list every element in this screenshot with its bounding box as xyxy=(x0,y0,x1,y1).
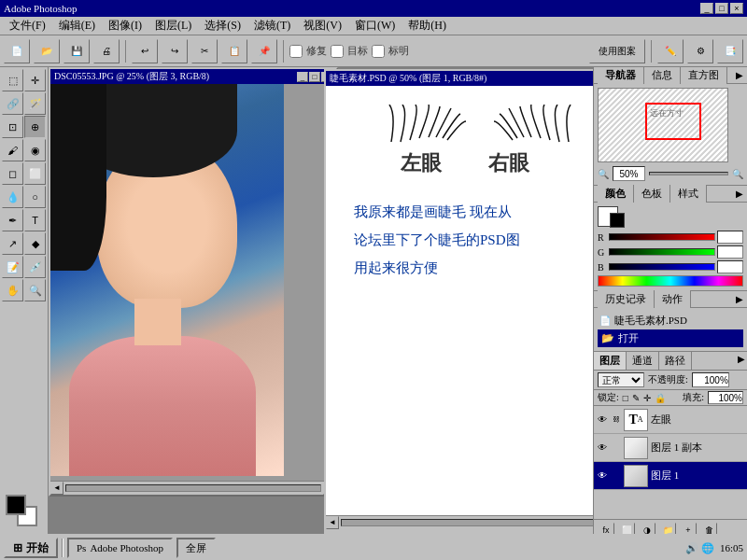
nav-zoom-slider[interactable] xyxy=(649,172,728,175)
layer-item-1[interactable]: 👁 图层 1 xyxy=(594,462,747,490)
blue-slider[interactable] xyxy=(609,263,715,271)
tool-blur[interactable]: 💧 xyxy=(2,186,23,208)
history-file-item[interactable]: 📄 睫毛毛素材.PSD xyxy=(598,312,743,329)
tab-actions[interactable]: 动作 xyxy=(655,290,691,308)
tool-path-select[interactable]: ↗ xyxy=(2,232,23,255)
panel-menu-arrow[interactable]: ▶ xyxy=(736,70,743,80)
menu-edit[interactable]: 编辑(E) xyxy=(53,17,101,35)
tab-info[interactable]: 信息 xyxy=(644,67,681,84)
tool-clone[interactable]: ◉ xyxy=(24,139,46,161)
tab-channels[interactable]: 通道 xyxy=(627,352,659,370)
menu-select[interactable]: 选择(S) xyxy=(199,17,247,35)
maximize-button[interactable]: □ xyxy=(715,3,728,14)
tool-marquee[interactable]: ⬚ xyxy=(2,69,23,91)
tool-zoom[interactable]: 🔍 xyxy=(24,279,46,301)
menu-window[interactable]: 窗口(W) xyxy=(349,17,401,35)
menu-file[interactable]: 文件(F) xyxy=(4,17,51,35)
zoom-in-icon[interactable]: 🔍 xyxy=(732,169,743,179)
photo-minimize[interactable]: _ xyxy=(297,72,308,82)
tab-paths[interactable]: 路径 xyxy=(659,352,692,370)
layer-comp-btn[interactable]: 📑 xyxy=(717,39,743,63)
tool-crop[interactable]: ⊡ xyxy=(2,116,23,138)
brush-tool-btn[interactable]: ✏️ xyxy=(657,39,684,63)
layer-item-left-eye[interactable]: 👁 ⛓ T A 左眼 xyxy=(594,406,747,434)
menu-view[interactable]: 视图(V) xyxy=(298,17,347,35)
fill-input[interactable] xyxy=(708,391,743,404)
start-button[interactable]: ⊞ 开始 xyxy=(4,538,58,558)
taskbar-photoshop[interactable]: Ps Adobe Photoshop xyxy=(67,538,173,558)
toolbar-undo[interactable]: ↩ xyxy=(132,39,158,63)
history-menu[interactable]: ▶ xyxy=(736,294,743,304)
tool-lasso[interactable]: 🔗 xyxy=(2,92,23,115)
toolbar-cut[interactable]: ✂ xyxy=(191,39,218,63)
opacity-input[interactable] xyxy=(692,372,729,387)
tool-eraser[interactable]: ◻ xyxy=(2,162,23,185)
layer-visibility-eye-copy[interactable]: 👁 xyxy=(596,441,609,455)
close-button[interactable]: × xyxy=(730,3,743,14)
tab-layers[interactable]: 图层 xyxy=(594,352,627,370)
tool-text[interactable]: T xyxy=(24,209,46,231)
toolbar-copy[interactable]: 📋 xyxy=(221,39,247,63)
foreground-color[interactable] xyxy=(6,495,26,515)
taskbar-fullscreen[interactable]: 全屏 xyxy=(176,538,216,558)
menu-layer[interactable]: 图层(L) xyxy=(149,17,197,35)
menu-help[interactable]: 帮助(H) xyxy=(402,17,452,35)
eyelash-window-title-bar[interactable]: 睫毛素材.PSD @ 50% (图层 1, RGB/8#) _ □ × xyxy=(326,71,593,86)
tab-style[interactable]: 样式 xyxy=(670,185,707,203)
tab-history[interactable]: 历史记录 xyxy=(598,290,655,308)
tab-color[interactable]: 颜色 xyxy=(598,185,634,203)
tool-hand[interactable]: ✋ xyxy=(2,279,23,301)
tool-pen[interactable]: ✒ xyxy=(2,209,23,231)
tab-navigator[interactable]: 导航器 xyxy=(598,67,644,84)
layer-visibility-eye[interactable]: 👁 xyxy=(596,413,609,427)
red-value[interactable]: 255 xyxy=(717,231,743,244)
fg-color-swatch[interactable] xyxy=(598,206,618,227)
blue-value[interactable]: 255 xyxy=(717,260,743,273)
menu-image[interactable]: 图像(I) xyxy=(103,17,148,35)
tab-histogram[interactable]: 直方图 xyxy=(681,67,727,84)
toolbar-paste[interactable]: 📌 xyxy=(251,39,277,63)
tool-wand[interactable]: 🪄 xyxy=(24,92,46,115)
tab-swatch[interactable]: 色板 xyxy=(634,185,670,203)
tool-eyedrop[interactable]: 💉 xyxy=(24,256,46,278)
color-spectrum[interactable] xyxy=(598,275,743,287)
zoom-out-icon[interactable]: 🔍 xyxy=(598,169,609,179)
title-bar-controls[interactable]: _ □ × xyxy=(700,3,743,14)
lock-transparent-icon[interactable]: □ xyxy=(623,393,628,403)
tool-brush[interactable]: 🖌 xyxy=(2,139,23,161)
lock-all-icon[interactable]: 🔒 xyxy=(655,393,666,403)
repair-checkbox[interactable] xyxy=(289,45,303,58)
tool-settings-btn[interactable]: ⚙ xyxy=(687,39,713,63)
lock-image-icon[interactable]: ✎ xyxy=(632,393,640,403)
tool-move[interactable]: ✛ xyxy=(24,69,46,91)
tool-shape[interactable]: ◆ xyxy=(24,232,46,255)
eyelash-scrollbar-h[interactable]: ◄ ► xyxy=(326,515,593,528)
green-slider[interactable] xyxy=(609,248,715,256)
toolbar-print[interactable]: 🖨 xyxy=(93,39,120,63)
note-checkbox[interactable] xyxy=(372,45,385,58)
toolbar-save[interactable]: 💾 xyxy=(63,39,90,63)
nav-zoom-input[interactable] xyxy=(613,166,645,181)
color-panel-menu[interactable]: ▶ xyxy=(736,189,743,199)
photo-maximize[interactable]: □ xyxy=(309,72,320,82)
scroll-left-btn[interactable]: ◄ xyxy=(50,482,63,495)
red-slider[interactable] xyxy=(609,233,715,241)
tool-notes[interactable]: 📝 xyxy=(2,256,23,278)
minimize-button[interactable]: _ xyxy=(700,3,713,14)
blend-mode-select[interactable]: 正常 xyxy=(598,372,644,387)
eyelash-scroll-left[interactable]: ◄ xyxy=(326,516,339,529)
target-checkbox[interactable] xyxy=(331,45,344,58)
photo-scrollbar-h[interactable]: ◄ ► xyxy=(50,481,336,494)
toolbar-open[interactable]: 📂 xyxy=(34,39,60,63)
layer-visibility-eye-1[interactable]: 👁 xyxy=(596,469,609,483)
toolbar-new[interactable]: 📄 xyxy=(4,39,30,63)
layer-item-copy[interactable]: 👁 图层 1 副本 xyxy=(594,434,747,462)
layers-menu[interactable]: ▶ xyxy=(736,352,747,370)
green-value[interactable]: 255 xyxy=(717,245,743,259)
menu-filter[interactable]: 滤镜(T) xyxy=(248,17,296,35)
use-pattern-btn[interactable]: 使用图案 xyxy=(589,39,645,63)
bg-color-swatch[interactable] xyxy=(610,213,625,228)
history-open-item[interactable]: 📂 打开 xyxy=(598,329,743,347)
toolbar-redo[interactable]: ↪ xyxy=(162,39,188,63)
photo-window-title-bar[interactable]: DSC05553.JPG @ 25% (图层 3, RGB/8) _ □ × xyxy=(50,69,336,84)
